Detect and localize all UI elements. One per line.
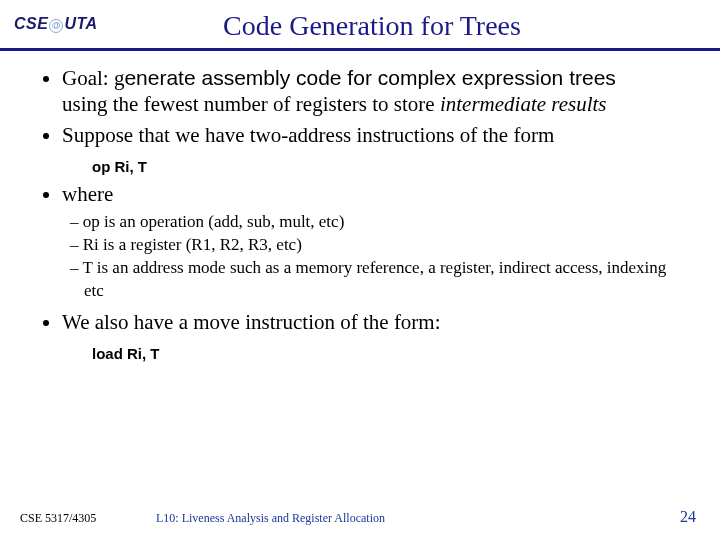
content: Goal: generate assembly code for complex… bbox=[0, 65, 720, 368]
bullet-goal: Goal: generate assembly code for complex… bbox=[62, 65, 684, 118]
bullet-list-2: where bbox=[36, 181, 684, 207]
code-op: op Ri, T bbox=[36, 152, 684, 181]
sub-t: T is an address mode such as a memory re… bbox=[70, 257, 684, 303]
bullet-suppose: Suppose that we have two-address instruc… bbox=[62, 122, 684, 148]
slide-title: Code Generation for Trees bbox=[104, 10, 700, 42]
slide: CSE@UTA Code Generation for Trees Goal: … bbox=[0, 0, 720, 540]
sub-ri: Ri is a register (R1, R2, R3, etc) bbox=[70, 234, 684, 257]
sub-bullet-list: op is an operation (add, sub, mult, etc)… bbox=[36, 211, 684, 303]
footer-page: 24 bbox=[680, 508, 696, 526]
divider bbox=[0, 48, 720, 51]
logo-right: UTA bbox=[64, 15, 97, 32]
goal-line2b: intermediate results bbox=[440, 92, 607, 116]
bullet-list-3: We also have a move instruction of the f… bbox=[36, 309, 684, 335]
goal-sans: enerate assembly code for complex expres… bbox=[124, 66, 615, 89]
header: CSE@UTA Code Generation for Trees bbox=[0, 0, 720, 42]
footer-lecture: L10: Liveness Analysis and Register Allo… bbox=[156, 511, 385, 526]
logo-left: CSE bbox=[14, 15, 48, 32]
goal-prefix: Goal: g bbox=[62, 66, 124, 90]
footer: CSE 5317/4305 L10: Liveness Analysis and… bbox=[0, 508, 720, 526]
goal-line2a: using the fewest number of registers to … bbox=[62, 92, 440, 116]
sub-op: op is an operation (add, sub, mult, etc) bbox=[70, 211, 684, 234]
logo: CSE@UTA bbox=[14, 10, 104, 38]
bullet-move: We also have a move instruction of the f… bbox=[62, 309, 684, 335]
logo-text: CSE@UTA bbox=[14, 15, 98, 33]
bullet-where: where bbox=[62, 181, 684, 207]
code-load: load Ri, T bbox=[36, 339, 684, 368]
footer-course: CSE 5317/4305 bbox=[20, 511, 130, 526]
at-icon: @ bbox=[49, 19, 63, 33]
bullet-list: Goal: generate assembly code for complex… bbox=[36, 65, 684, 148]
